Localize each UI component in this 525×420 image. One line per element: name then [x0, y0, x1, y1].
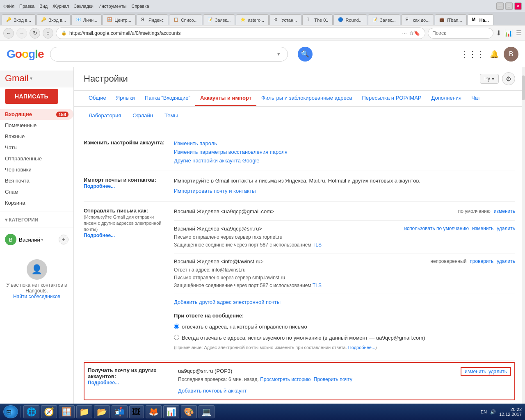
verify-btn[interactable]: проверить: [470, 258, 493, 265]
taskbar-lang[interactable]: EN: [481, 409, 487, 414]
nav-item-spam[interactable]: Спам: [0, 186, 73, 197]
add-mail-account-link[interactable]: Добавить почтовый аккаунт: [178, 388, 247, 394]
taskbar-mail-icon[interactable]: 📬: [112, 405, 128, 418]
tab-11[interactable]: 🔵Round...: [333, 14, 367, 25]
use-default-btn[interactable]: использовать по умолчанию: [404, 225, 469, 233]
taskbar-files-icon[interactable]: 📂: [94, 405, 110, 418]
receive-delete-btn[interactable]: удалить: [488, 369, 507, 374]
tab-2[interactable]: 🔑Вход в...: [37, 14, 71, 25]
change-btn-2[interactable]: изменить: [472, 225, 493, 233]
scrollbar-thumb[interactable]: [522, 75, 525, 100]
reply-option-1[interactable]: отвечать с адреса, на который отправлено…: [174, 323, 515, 331]
start-button[interactable]: ⊞: [3, 405, 18, 418]
user-row[interactable]: В Василий ▾ +: [0, 231, 73, 248]
nav-item-inbox[interactable]: Входящие 158: [0, 109, 73, 120]
apps-grid-icon[interactable]: ⋮⋮⋮: [460, 49, 485, 59]
check-mail-link[interactable]: Проверить почту: [314, 377, 352, 382]
receive-change-btn[interactable]: изменить: [465, 369, 486, 374]
more-icon[interactable]: ···: [402, 30, 407, 37]
close-button[interactable]: ✕: [514, 2, 522, 10]
tab-12[interactable]: 📝Заявк...: [368, 14, 400, 25]
menu-journal[interactable]: Журнал: [52, 4, 69, 9]
tab-9[interactable]: ⚙Устан...: [269, 14, 301, 25]
tab-13[interactable]: Якак до...: [401, 14, 434, 25]
user-avatar[interactable]: В: [504, 47, 518, 62]
menu-edit[interactable]: Правка: [19, 4, 34, 9]
taskbar-art-icon[interactable]: 🎨: [181, 405, 197, 418]
tab-filters[interactable]: Фильтры и заблокированные адреса: [256, 91, 357, 106]
address-bar[interactable]: 🔒 https://mail.google.com/mail/u/0/#sett…: [56, 27, 425, 39]
back-button[interactable]: ←: [3, 28, 14, 39]
scrollbar-track[interactable]: [522, 67, 525, 404]
menu-icon[interactable]: ☰: [516, 29, 522, 37]
taskbar-ie-icon[interactable]: 🌐: [23, 405, 39, 418]
gmail-dropdown-icon[interactable]: ▾: [30, 75, 32, 81]
view-history-link[interactable]: Просмотреть историю: [260, 377, 310, 382]
google-search-input[interactable]: [55, 51, 277, 57]
tab-the01[interactable]: TThe 01: [302, 14, 333, 25]
taskbar-firefox-icon[interactable]: 🦊: [146, 405, 162, 418]
other-google-settings-link[interactable]: Другие настройки аккаунта Google: [174, 158, 260, 164]
tab-chat[interactable]: Чат: [466, 91, 485, 106]
tab-themes[interactable]: Темы: [160, 108, 183, 124]
reload-button[interactable]: ↻: [30, 28, 40, 39]
taskbar-terminal-icon[interactable]: 💻: [199, 405, 215, 418]
bookmark-icon[interactable]: 🔖: [414, 30, 420, 36]
nav-item-drafts[interactable]: Черновики: [0, 164, 73, 175]
tab-inbox[interactable]: Папка "Входящие": [140, 91, 195, 106]
change-btn-1[interactable]: изменить: [494, 208, 515, 215]
tab-1[interactable]: 🔑Вход в...: [2, 14, 36, 25]
nav-item-important[interactable]: Важные: [0, 131, 73, 142]
tab-forwarding[interactable]: Пересылка и POP/IMAP: [357, 91, 427, 106]
download-icon[interactable]: ⬇: [496, 29, 501, 37]
tab-7[interactable]: 📝Заявк...: [203, 14, 235, 25]
taskbar-excel-icon[interactable]: 📊: [163, 405, 179, 418]
find-contacts-link[interactable]: Найти собеседников: [13, 294, 60, 299]
add-account-button[interactable]: +: [59, 235, 68, 244]
taskbar-browser-icon[interactable]: 🧭: [41, 405, 57, 418]
maximize-button[interactable]: □: [505, 2, 513, 10]
notifications-bell-icon[interactable]: 🔔: [490, 50, 499, 59]
tab-4[interactable]: 🪟Центр...: [103, 14, 136, 25]
search-dropdown-icon[interactable]: ▾: [277, 51, 280, 57]
receive-more-link[interactable]: Подробнее...: [88, 380, 119, 386]
nav-item-chats[interactable]: Чаты: [0, 142, 73, 153]
tab-3[interactable]: 📧Личн...: [71, 14, 102, 25]
tab-5[interactable]: ЯЯндекс: [137, 14, 168, 25]
taskbar-image-icon[interactable]: 🖼: [129, 405, 144, 418]
nav-item-trash[interactable]: Корзина: [0, 197, 73, 208]
taskbar-sound-icon[interactable]: 🔊: [490, 409, 496, 415]
tab-offline[interactable]: Офлайн: [128, 108, 158, 124]
menu-help[interactable]: Справка: [131, 4, 149, 9]
tab-general[interactable]: Общие: [84, 91, 111, 106]
forward-button[interactable]: →: [16, 28, 27, 39]
nav-item-starred[interactable]: Помеченные: [0, 120, 73, 131]
google-search-bar[interactable]: ▾: [50, 47, 288, 62]
do-import-link[interactable]: Импортировать почту и контакты: [174, 188, 256, 194]
send-as-more-link[interactable]: Подробнее...: [84, 233, 115, 238]
tab-8[interactable]: ⭐astero...: [236, 14, 269, 25]
tab-accounts[interactable]: Аккаунты и импорт: [195, 91, 256, 106]
menu-view[interactable]: Вид: [39, 4, 48, 9]
home-button[interactable]: ⌂: [43, 28, 53, 39]
menu-bookmarks[interactable]: Закладки: [74, 4, 94, 9]
change-password-link[interactable]: Изменить пароль: [174, 140, 217, 146]
extension-icon[interactable]: 📊: [504, 29, 513, 37]
settings-gear-button[interactable]: ⚙: [502, 72, 515, 85]
change-recovery-link[interactable]: Изменить параметры восстановления пароля: [174, 149, 288, 155]
taskbar-folder-icon[interactable]: 📁: [76, 405, 92, 418]
delete-btn-2[interactable]: удалить: [497, 225, 515, 233]
language-button[interactable]: Ру ▾: [480, 74, 499, 84]
google-search-button[interactable]: 🔍: [298, 47, 313, 62]
import-more-link[interactable]: Подробнее...: [84, 183, 115, 189]
nav-item-sent[interactable]: Отправленные: [0, 153, 73, 164]
tab-labels[interactable]: Ярлыки: [111, 91, 140, 106]
tab-6[interactable]: 📋Списо...: [169, 14, 202, 25]
delete-btn-3[interactable]: удалить: [497, 258, 515, 265]
nav-item-all[interactable]: Вся почта: [0, 175, 73, 186]
compose-button[interactable]: НАПИСАТЬ: [5, 89, 58, 104]
star-icon[interactable]: ☆: [409, 30, 414, 36]
tab-14[interactable]: 💼ITban...: [435, 14, 466, 25]
tls-link-2[interactable]: TLS: [313, 283, 322, 288]
tab-gmail-active[interactable]: MНа...: [468, 14, 493, 25]
